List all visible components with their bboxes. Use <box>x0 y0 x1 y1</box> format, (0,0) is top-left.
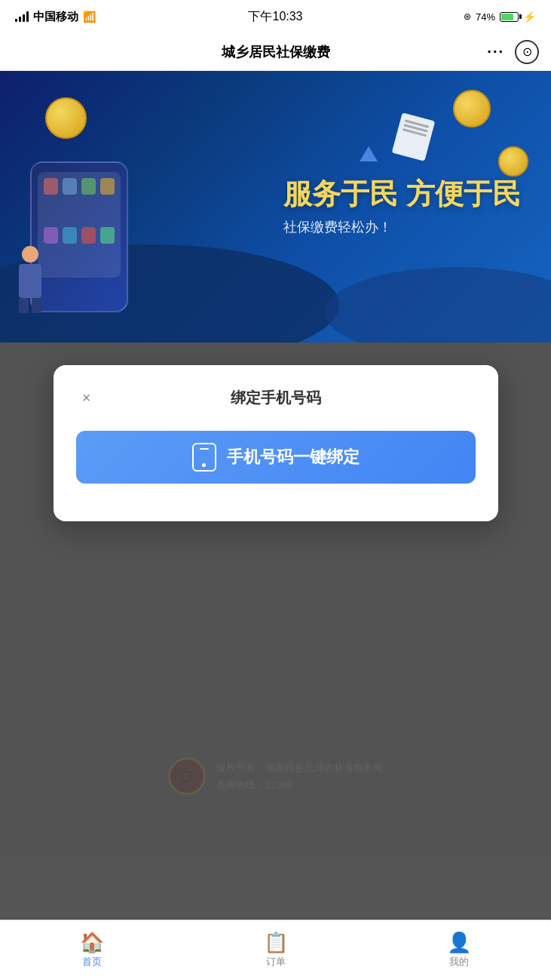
modal-header: × 绑定手机号码 <box>76 388 476 408</box>
status-bar: 中国移动 📶 下午10:33 ⊛ 74% ⚡ <box>0 0 551 33</box>
wifi-icon: 📶 <box>83 11 96 23</box>
orders-icon: 📋 <box>264 932 288 952</box>
hill-decoration-2 <box>325 267 551 343</box>
bind-phone-label: 手机号码一键绑定 <box>227 446 360 468</box>
page-title: 城乡居民社保缴费 <box>222 43 330 61</box>
tab-orders[interactable]: 📋 订单 <box>184 932 368 969</box>
modal-wrapper: × 绑定手机号码 手机号码一键绑定 <box>0 343 551 856</box>
battery-icon <box>500 12 519 22</box>
hero-main-title: 服务于民 方便于民 <box>283 177 521 212</box>
person-illustration <box>15 246 45 314</box>
record-button[interactable]: ⊙ <box>515 40 539 64</box>
more-button[interactable]: ··· <box>487 43 504 60</box>
bind-phone-modal: × 绑定手机号码 手机号码一键绑定 <box>54 365 498 521</box>
home-icon: 🏠 <box>80 932 104 952</box>
profile-icon: 👤 <box>447 932 471 952</box>
tab-home[interactable]: 🏠 首页 <box>0 932 184 969</box>
phone-icon <box>192 443 216 472</box>
status-right: ⊛ 74% ⚡ <box>464 11 536 23</box>
coin-decoration-3 <box>498 146 528 177</box>
charging-icon: ⚡ <box>523 11 536 23</box>
carrier-label: 中国移动 <box>33 10 78 24</box>
signal-icon <box>15 11 29 22</box>
nav-bar: 城乡居民社保缴费 ··· ⊙ <box>0 33 551 71</box>
coin-decoration-2 <box>453 90 491 127</box>
record-icon: ⊙ <box>522 45 532 59</box>
content-area: × 绑定手机号码 手机号码一键绑定 ⊙ 版权所有：国家税务总局吉林省税务局 咨询… <box>0 343 551 856</box>
tab-orders-label: 订单 <box>266 955 286 969</box>
bind-phone-button[interactable]: 手机号码一键绑定 <box>76 431 476 484</box>
time-label: 下午10:33 <box>248 9 302 25</box>
hero-text-block: 服务于民 方便于民 社保缴费轻松办！ <box>283 177 521 236</box>
modal-close-button[interactable]: × <box>76 388 97 409</box>
coin-decoration-1 <box>45 97 87 139</box>
tab-bar: 🏠 首页 📋 订单 👤 我的 <box>0 920 551 980</box>
arrow-decoration <box>360 146 378 161</box>
modal-title: 绑定手机号码 <box>231 388 321 408</box>
status-left: 中国移动 📶 <box>15 10 96 24</box>
hero-banner: 服务于民 方便于民 社保缴费轻松办！ <box>0 71 551 343</box>
document-decoration <box>392 112 436 161</box>
tab-profile-label: 我的 <box>449 955 469 969</box>
lock-icon: ⊛ <box>464 11 471 22</box>
tab-profile[interactable]: 👤 我的 <box>367 932 551 969</box>
hero-subtitle: 社保缴费轻松办！ <box>283 218 521 236</box>
nav-actions: ··· ⊙ <box>487 40 539 64</box>
tab-home-label: 首页 <box>82 955 102 969</box>
battery-percent-label: 74% <box>476 11 495 23</box>
